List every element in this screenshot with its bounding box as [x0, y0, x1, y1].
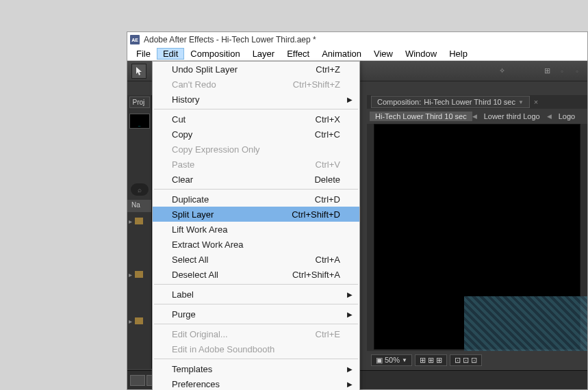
- zoom-value: 50%: [385, 356, 400, 364]
- chevron-left-icon[interactable]: ◀: [472, 113, 477, 120]
- menu-item-extract-work-area[interactable]: Extract Work Area: [153, 237, 359, 252]
- breadcrumb-active[interactable]: Hi-Tech Lower Third 10 sec: [370, 112, 472, 121]
- edit-menu-dropdown: Undo Split LayerCtrl+ZCan't RedoCtrl+Shi…: [152, 61, 360, 390]
- menu-edit[interactable]: Edit: [157, 48, 184, 60]
- menubar: File Edit Composition Layer Effect Anima…: [127, 47, 587, 61]
- menu-item-label: Copy Expression Only: [172, 144, 260, 155]
- zoom-control[interactable]: ▣ 50% ▼: [371, 354, 412, 366]
- menu-separator: [154, 189, 358, 190]
- menu-separator: [154, 284, 358, 285]
- menu-item-label: Duplicate: [172, 194, 209, 205]
- timeline-button[interactable]: [130, 375, 145, 386]
- breadcrumb-item[interactable]: Logo: [552, 112, 582, 120]
- menu-composition[interactable]: Composition: [184, 48, 246, 60]
- dim-icon: ◦: [556, 65, 568, 77]
- menu-effect[interactable]: Effect: [281, 48, 316, 60]
- menu-layer[interactable]: Layer: [246, 48, 281, 60]
- menu-item-edit-in-adobe-soundbooth: Edit in Adobe Soundbooth: [153, 341, 359, 356]
- snap-icon[interactable]: ✧: [496, 65, 508, 77]
- menu-item-label: Can't Redo: [172, 79, 216, 90]
- project-folder-row[interactable]: ▸: [129, 268, 150, 281]
- menu-item-shortcut: Ctrl+C: [315, 129, 340, 140]
- menu-item-label: Templates: [172, 364, 212, 374]
- project-panel: Proj ··· ⌕ Na ▸ ▸ ▸: [127, 95, 152, 369]
- composition-tab[interactable]: Composition: Hi-Tech Lower Third 10 sec …: [371, 96, 530, 108]
- menu-item-shortcut: Ctrl+Z: [316, 64, 340, 75]
- viewer-footer: ▣ 50% ▼ ⊞ ⊞ ⊞ ⊡ ⊡ ⊡: [367, 351, 587, 369]
- menu-item-copy[interactable]: CopyCtrl+C: [153, 127, 359, 142]
- menu-item-label: Extract Work Area: [172, 239, 244, 250]
- menu-item-shortcut: Ctrl+Shift+Z: [293, 79, 340, 90]
- composition-panel: Composition: Hi-Tech Lower Third 10 sec …: [367, 95, 587, 369]
- project-tab[interactable]: Proj: [129, 96, 150, 108]
- menu-animation[interactable]: Animation: [316, 48, 368, 60]
- menu-item-cut[interactable]: CutCtrl+X: [153, 112, 359, 127]
- resolution-control[interactable]: ⊞ ⊞ ⊞: [415, 354, 447, 366]
- menu-item-paste: PasteCtrl+V: [153, 157, 359, 172]
- menu-help[interactable]: Help: [443, 48, 474, 60]
- menu-item-shortcut: Ctrl+V: [316, 159, 340, 170]
- menu-window[interactable]: Window: [399, 48, 443, 60]
- dropdown-icon[interactable]: ▼: [518, 99, 524, 105]
- align-icon[interactable]: ⊞: [541, 65, 553, 77]
- submenu-arrow-icon: ▶: [347, 380, 353, 388]
- menu-item-duplicate[interactable]: DuplicateCtrl+D: [153, 192, 359, 207]
- menu-separator: [154, 109, 358, 109]
- menu-item-label: Cut: [172, 114, 186, 125]
- menu-item-label: Edit in Adobe Soundbooth: [172, 344, 274, 354]
- menu-separator: [154, 359, 358, 359]
- close-tab-icon[interactable]: ×: [534, 98, 538, 106]
- menu-separator: [154, 324, 358, 324]
- project-name-column[interactable]: Na: [127, 200, 151, 212]
- menu-item-label: Select All: [172, 255, 208, 265]
- menu-item-preferences[interactable]: Preferences▶: [153, 376, 359, 390]
- menu-item-history[interactable]: History▶: [153, 92, 359, 107]
- menu-item-shortcut: Ctrl+A: [316, 255, 340, 265]
- menu-item-label: Undo Split Layer: [172, 64, 238, 75]
- project-thumbnail[interactable]: ···: [129, 114, 150, 129]
- titlebar: AE Adobe After Effects - Hi-Tech Lower T…: [127, 32, 587, 47]
- menu-item-label[interactable]: Label▶: [153, 287, 359, 302]
- menu-item-label: Preferences: [172, 379, 220, 389]
- menu-item-templates[interactable]: Templates▶: [153, 361, 359, 376]
- menu-item-shortcut: Ctrl+E: [316, 329, 340, 339]
- menu-item-shortcut: Ctrl+Shift+A: [292, 270, 340, 280]
- pixelated-overlay: [464, 296, 587, 351]
- menu-item-lift-work-area[interactable]: Lift Work Area: [153, 222, 359, 237]
- menu-separator: [154, 304, 358, 304]
- menu-item-label: Edit Original...: [172, 329, 228, 339]
- composition-tab-name: Hi-Tech Lower Third 10 sec: [424, 98, 515, 106]
- composition-tab-bar: Composition: Hi-Tech Lower Third 10 sec …: [367, 95, 587, 109]
- submenu-arrow-icon: ▶: [347, 96, 353, 103]
- menu-item-label: Deselect All: [172, 270, 218, 280]
- menu-item-shortcut: Ctrl+D: [315, 194, 340, 205]
- project-items: ▸ ▸ ▸: [127, 212, 151, 330]
- menu-item-purge[interactable]: Purge▶: [153, 307, 359, 322]
- menu-item-undo-split-layer[interactable]: Undo Split LayerCtrl+Z: [153, 62, 359, 77]
- project-search[interactable]: ⌕: [131, 183, 149, 196]
- viewer-options[interactable]: ⊡ ⊡ ⊡: [450, 354, 482, 366]
- menu-item-deselect-all[interactable]: Deselect AllCtrl+Shift+A: [153, 267, 359, 282]
- dim-icon-2: ◦: [571, 65, 583, 77]
- chevron-left-icon[interactable]: ◀: [547, 113, 552, 120]
- menu-view[interactable]: View: [368, 48, 399, 60]
- menu-item-shortcut: Delete: [314, 174, 340, 185]
- menu-item-copy-expression-only: Copy Expression Only: [153, 142, 359, 157]
- menu-item-clear[interactable]: ClearDelete: [153, 172, 359, 187]
- project-folder-row[interactable]: ▸: [129, 315, 150, 327]
- project-folder-row[interactable]: ▸: [129, 215, 150, 227]
- menu-item-label: Copy: [172, 129, 192, 140]
- menu-item-split-layer[interactable]: Split LayerCtrl+Shift+D: [153, 207, 359, 222]
- menu-item-select-all[interactable]: Select AllCtrl+A: [153, 252, 359, 267]
- menu-file[interactable]: File: [130, 48, 157, 60]
- menu-item-label: Clear: [172, 174, 193, 185]
- selection-tool[interactable]: [131, 64, 146, 79]
- submenu-arrow-icon: ▶: [347, 291, 353, 298]
- application-window: AE Adobe After Effects - Hi-Tech Lower T…: [127, 31, 588, 390]
- menu-item-label: Split Layer: [172, 209, 214, 220]
- folder-icon: [135, 271, 143, 278]
- menu-item-label: Paste: [172, 159, 194, 170]
- composition-breadcrumb: Hi-Tech Lower Third 10 sec ◀ Lower third…: [367, 109, 587, 124]
- menu-item-shortcut: Ctrl+X: [316, 114, 340, 125]
- breadcrumb-item[interactable]: Lower third Logo: [477, 112, 547, 120]
